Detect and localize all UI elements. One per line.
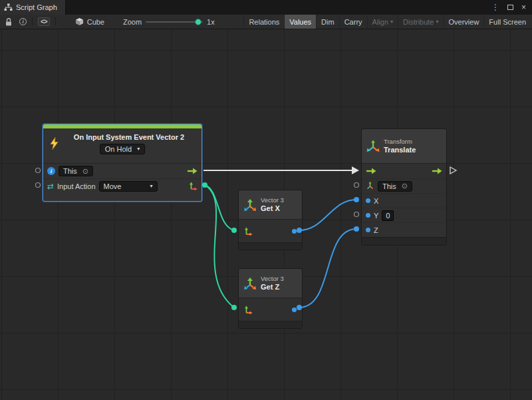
translate-this-dropdown[interactable]: This ⊙: [378, 181, 412, 192]
zoom-label: Zoom: [123, 18, 142, 26]
code-icon: <>: [38, 17, 50, 26]
vector3-input-icon[interactable]: [244, 227, 253, 236]
carry-button[interactable]: Carry: [339, 15, 367, 29]
node-category: Vector 3: [261, 275, 284, 283]
control-input-arrow-icon[interactable]: [366, 168, 376, 174]
port-event-this-in[interactable]: [36, 168, 41, 173]
translate-x-row: X: [362, 193, 446, 208]
cube-icon: [75, 17, 84, 26]
relations-button[interactable]: Relations: [243, 15, 284, 29]
tab-script-graph[interactable]: Script Graph: [0, 0, 66, 15]
translate-flow-row: [362, 164, 446, 178]
get-z-port-row: [239, 298, 302, 321]
port-vector2-out[interactable]: [202, 182, 207, 188]
node-on-input-system-event[interactable]: On Input System Event Vector 2 On Hold ▾…: [43, 124, 202, 202]
port-getz-in[interactable]: [231, 305, 237, 310]
distribute-button[interactable]: Distribute▾: [398, 15, 443, 29]
flow-out-triangle[interactable]: [450, 167, 456, 174]
node-title: Get Z: [261, 283, 284, 292]
align-button[interactable]: Align▾: [367, 15, 398, 29]
input-action-icon: ⇄: [47, 182, 54, 190]
z-input-port[interactable]: [366, 228, 370, 232]
vector3-input-icon[interactable]: [244, 305, 253, 314]
input-action-label: Input Action: [57, 182, 96, 190]
x-input-port[interactable]: [366, 198, 370, 203]
node-title: Get X: [261, 204, 284, 214]
translate-y-row: Y 0: [362, 208, 446, 222]
script-graph-window: Script Graph ⋮ × i <>: [0, 0, 532, 400]
wire-vector2-to-getx: [205, 185, 234, 230]
target-picker-icon[interactable]: ⊙: [402, 182, 408, 190]
wire-getx-to-x: [299, 200, 356, 230]
transform-icon: [366, 140, 380, 153]
z-port-label: Z: [374, 226, 378, 234]
port-getx-in[interactable]: [231, 228, 237, 233]
vector3-icon: [243, 277, 257, 290]
zoom-slider[interactable]: [146, 21, 203, 23]
graph-icon: [4, 3, 13, 11]
port-translate-y-in[interactable]: [354, 212, 359, 217]
port-translate-this-in[interactable]: [354, 183, 359, 188]
y-input-port[interactable]: [366, 213, 370, 218]
lightning-bolt-icon: [49, 137, 59, 152]
on-hold-dropdown[interactable]: On Hold ▾: [100, 144, 145, 154]
float-output-port[interactable]: [292, 229, 297, 234]
y-value-field[interactable]: 0: [382, 210, 394, 221]
get-x-port-row: [239, 220, 302, 242]
port-event-action-in[interactable]: [36, 183, 41, 188]
lock-button[interactable]: [1, 15, 16, 29]
titlebar: Script Graph ⋮ ×: [0, 0, 532, 15]
toolbar-separator: [32, 17, 33, 26]
zoom-slider-handle[interactable]: [195, 19, 201, 25]
event-input-action-row: ⇄ Input Action Move ▾: [43, 178, 201, 193]
node-category: Transform: [384, 138, 416, 146]
graph-target[interactable]: Cube: [75, 17, 104, 26]
translate-z-row: Z: [362, 222, 446, 237]
graph-canvas[interactable]: On Input System Event Vector 2 On Hold ▾…: [0, 29, 532, 400]
info-icon: i: [19, 18, 27, 25]
tab-label: Script Graph: [16, 3, 57, 11]
graph-toolbar: i <> Cube Zoom 1x Relations Values Dim: [0, 15, 532, 29]
float-output-port[interactable]: [292, 307, 297, 312]
translate-this-row: This ⊙: [362, 178, 446, 193]
node-get-z[interactable]: Vector 3 Get Z: [238, 268, 303, 329]
chevron-down-icon: ▾: [150, 184, 153, 189]
kebab-menu-icon[interactable]: ⋮: [491, 3, 499, 11]
gameobject-icon: i: [47, 167, 55, 175]
target-picker-icon[interactable]: ⊙: [82, 168, 88, 175]
maximize-icon[interactable]: [507, 5, 513, 10]
event-this-dropdown[interactable]: This ⊙: [59, 166, 93, 176]
wire-arrowhead: [352, 166, 359, 174]
target-name: Cube: [87, 18, 104, 26]
input-action-dropdown[interactable]: Move ▾: [99, 181, 158, 192]
control-output-arrow-icon[interactable]: [432, 168, 442, 174]
close-icon[interactable]: ×: [521, 3, 526, 11]
fullscreen-button[interactable]: Full Screen: [483, 15, 531, 29]
node-title: Translate: [384, 146, 416, 155]
chevron-down-icon: ▾: [390, 19, 393, 25]
node-translate[interactable]: Transform Translate: [361, 128, 447, 246]
node-footer: [239, 321, 302, 328]
y-port-label: Y: [374, 212, 378, 220]
port-translate-x-in[interactable]: [354, 197, 359, 202]
port-translate-z-in[interactable]: [354, 226, 359, 232]
node-footer: [239, 242, 302, 250]
node-footer: [362, 237, 446, 245]
lock-icon: [5, 17, 13, 27]
dim-button[interactable]: Dim: [316, 15, 339, 29]
x-port-label: X: [374, 197, 378, 205]
zoom-value: 1x: [207, 18, 215, 26]
vector2-output-icon[interactable]: [189, 182, 198, 190]
wire-vector2-to-getz: [205, 185, 234, 307]
transform-mini-icon: [366, 182, 374, 190]
wire-getz-to-z: [299, 229, 356, 307]
node-category: Vector 3: [261, 196, 284, 204]
node-get-x[interactable]: Vector 3 Get X: [238, 190, 303, 250]
toolbar-separator: [55, 17, 56, 26]
overview-button[interactable]: Overview: [444, 15, 484, 29]
values-button[interactable]: Values: [284, 15, 316, 29]
edit-script-button[interactable]: <>: [35, 15, 53, 29]
control-output-arrow-icon[interactable]: [187, 168, 198, 174]
inspect-button[interactable]: i: [16, 15, 30, 29]
chevron-down-icon: ▾: [137, 146, 140, 152]
